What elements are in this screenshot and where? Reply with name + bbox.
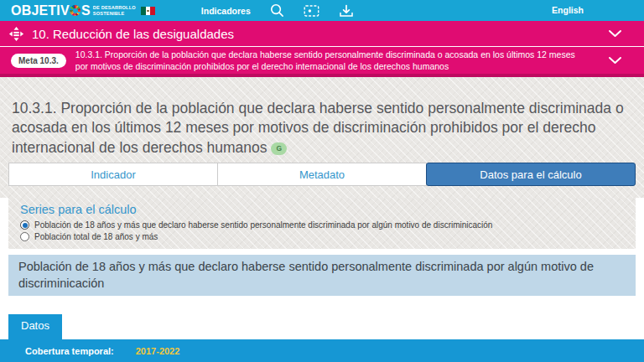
radio-unselected-icon[interactable] — [20, 232, 29, 241]
presentation-icon[interactable] — [304, 4, 319, 18]
sdg-10-equality-icon — [8, 25, 25, 43]
g-badge: G — [271, 142, 287, 155]
series-panel: Series para el cálculo Población de 18 a… — [8, 198, 636, 249]
tab-content: Series para el cálculo Población de 18 a… — [0, 198, 644, 362]
logo-text-left: OBJETIV — [11, 4, 70, 18]
app-header: OBJETIVS DE DESARROLLO SOSTENIBLE Indica… — [0, 0, 644, 21]
series-heading: Series para el cálculo — [20, 203, 624, 216]
indicator-title-text: 10.3.1. Proporción de la población que d… — [12, 100, 624, 155]
language-link[interactable]: English — [552, 5, 584, 15]
tab-bar: Indicador Metadato Datos para el cálculo — [8, 163, 636, 186]
logo-subtitle-line2: SOSTENIBLE — [93, 11, 136, 16]
meta-accordion-header[interactable]: Meta 10.3. 10.3.1. Proporción de la pobl… — [0, 46, 644, 77]
tab-datos-para-el-calculo[interactable]: Datos para el cálculo — [426, 163, 636, 186]
download-icon[interactable] — [339, 4, 354, 18]
nav-indicadores[interactable]: Indicadores — [201, 6, 251, 16]
indicator-title: 10.3.1. Proporción de la población que d… — [12, 99, 634, 158]
selected-series-banner: Población de 18 años y más que declaro h… — [8, 255, 636, 296]
tab-metadato[interactable]: Metadato — [217, 163, 427, 186]
series-option-1[interactable]: Población de 18 años y más que declaro h… — [20, 220, 624, 230]
page: OBJETIVS DE DESARROLLO SOSTENIBLE Indica… — [0, 0, 644, 362]
sdg-wheel-icon — [70, 5, 80, 16]
datos-tab[interactable]: Datos — [8, 314, 62, 339]
main-content: 10.3.1. Proporción de la población que d… — [0, 77, 644, 362]
logo-subtitle: DE DESARROLLO SOSTENIBLE — [93, 5, 136, 15]
series-option-2-label: Población total de 18 años y más — [34, 232, 158, 241]
logo-wordmark: OBJETIVS — [11, 4, 91, 18]
radio-selected-icon[interactable] — [20, 220, 29, 230]
tab-indicador[interactable]: Indicador — [8, 163, 218, 186]
coverage-value: 2017-2022 — [136, 346, 180, 356]
search-icon[interactable] — [270, 3, 284, 18]
meta-badge: Meta 10.3. — [11, 54, 66, 68]
coverage-label: Cobertura temporal: — [25, 346, 114, 356]
goal-accordion-header[interactable]: 10. Reducción de las desigualdades — [0, 21, 644, 46]
logo-text-right: S — [81, 4, 91, 18]
goal-title: 10. Reducción de las desigualdades — [32, 27, 234, 41]
meta-indicator-text: 10.3.1. Proporción de la población que d… — [75, 49, 579, 72]
chevron-down-icon[interactable] — [608, 56, 622, 65]
mexico-flag-icon — [141, 7, 155, 15]
chevron-down-icon[interactable] — [608, 29, 622, 38]
series-option-2[interactable]: Población total de 18 años y más — [20, 232, 624, 241]
series-option-1-label: Población de 18 años y más que declaro h… — [34, 220, 492, 230]
coverage-bar: Cobertura temporal: 2017-2022 — [0, 339, 644, 362]
site-logo[interactable]: OBJETIVS DE DESARROLLO SOSTENIBLE — [11, 4, 155, 18]
